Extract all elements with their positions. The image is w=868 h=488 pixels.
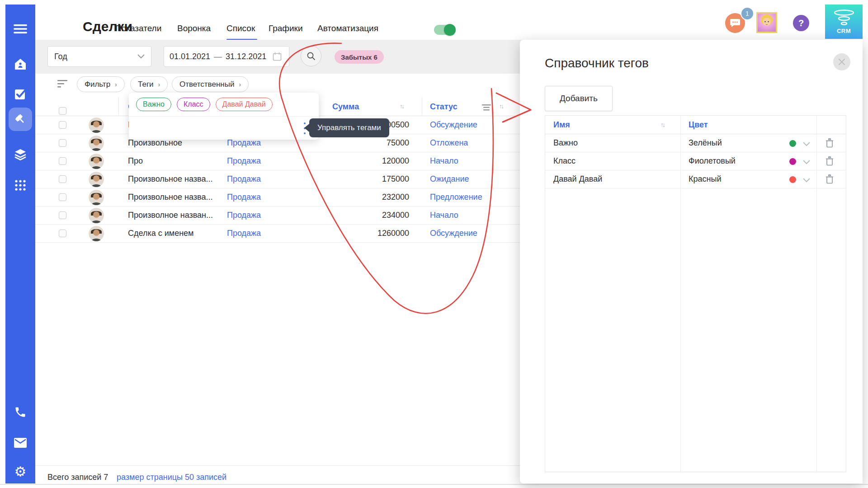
row-checkbox[interactable] — [59, 193, 66, 201]
avatar — [89, 154, 104, 169]
date-range-input[interactable]: 01.01.2021 — 31.12.2021 — [164, 46, 289, 67]
sort-icon[interactable]: ↑↓ — [499, 103, 503, 110]
chip-tags[interactable]: Теги› — [130, 76, 168, 92]
sort-icon[interactable]: ↑↓ — [660, 121, 664, 128]
chevron-down-icon[interactable] — [803, 158, 810, 166]
tag-row: Давай Давай Красный — [545, 170, 846, 188]
tab-indicators[interactable]: Показатели — [115, 23, 161, 33]
chevron-down-icon[interactable] — [803, 176, 810, 184]
toggle-knob — [444, 24, 456, 36]
row-checkbox[interactable] — [59, 157, 66, 165]
forgotten-badge[interactable]: Забытых 6 — [335, 50, 384, 64]
status-link[interactable]: Отложена — [430, 138, 468, 148]
trash-icon[interactable] — [826, 138, 834, 150]
deals-gavel-icon[interactable] — [9, 108, 32, 131]
chevron-down-icon — [137, 54, 145, 59]
avatar — [89, 117, 104, 133]
chevron-right-icon: › — [115, 81, 117, 88]
avatar — [89, 208, 104, 223]
tags-menu-row — [129, 116, 319, 140]
automation-toggle[interactable] — [434, 25, 455, 35]
tag-pill[interactable]: Давай Давай — [216, 98, 273, 111]
manage-tags-tooltip: Управлять тегами — [309, 118, 389, 137]
date-from: 01.01.2021 — [170, 52, 210, 61]
add-tag-button[interactable]: Добавить — [545, 86, 613, 111]
tasks-icon[interactable] — [9, 82, 32, 106]
settings-gear-icon[interactable]: ⚙ — [9, 460, 32, 483]
color-dot — [789, 158, 796, 165]
trash-icon[interactable] — [826, 174, 834, 186]
chip-filter[interactable]: Фильтр› — [77, 76, 125, 92]
tab-list-active[interactable]: Список — [226, 23, 255, 33]
color-dot — [789, 140, 796, 147]
tags-list: Важно Класс Давай Давай — [129, 93, 319, 116]
tornado-icon — [832, 9, 856, 27]
total-records: Всего записей 7 — [47, 473, 108, 482]
status-link[interactable]: Начало — [430, 211, 458, 220]
column-amount[interactable]: Сумма — [332, 102, 359, 112]
apps-grid-icon[interactable] — [9, 174, 32, 197]
status-link[interactable]: Обсуждение — [430, 229, 477, 238]
avatar — [89, 190, 104, 205]
panel-title: Справочник тегов — [545, 56, 649, 70]
tab-funnel[interactable]: Воронка — [177, 23, 211, 33]
deal-type-link[interactable]: Продажа — [227, 174, 261, 184]
app-window: ⚙ Сделки Показатели Воронка Список Графи… — [0, 0, 868, 488]
row-checkbox[interactable] — [59, 139, 66, 147]
phone-icon[interactable] — [9, 400, 32, 424]
list-filter-icon[interactable] — [57, 80, 68, 88]
status-link[interactable]: Ожидание — [430, 174, 469, 184]
layers-icon[interactable] — [9, 143, 32, 166]
home-icon[interactable] — [9, 52, 32, 76]
row-checkbox[interactable] — [59, 121, 66, 129]
search-button[interactable] — [301, 46, 321, 66]
deal-type-link[interactable]: Продажа — [227, 211, 261, 220]
sidebar: ⚙ — [5, 5, 35, 483]
window-bottom-edge — [0, 484, 868, 485]
chevron-down-icon[interactable] — [803, 140, 810, 148]
search-icon — [307, 52, 316, 61]
sort-icon[interactable]: ↑↓ — [400, 103, 403, 110]
trash-icon[interactable] — [826, 156, 834, 168]
page-size-link[interactable]: размер страницы 50 записей — [117, 473, 226, 482]
period-value: Год — [54, 52, 67, 61]
column-name[interactable]: Имя — [553, 120, 570, 130]
notification-badge: 1 — [741, 7, 754, 20]
deal-type-link[interactable]: Продажа — [227, 156, 261, 166]
calendar-icon — [273, 52, 282, 61]
mail-icon[interactable] — [9, 431, 32, 455]
chevron-right-icon: › — [239, 81, 241, 88]
close-icon[interactable] — [833, 53, 850, 70]
menu-icon[interactable] — [9, 17, 32, 41]
avatar — [89, 136, 104, 151]
tag-row: Важно Зелёный — [545, 134, 846, 152]
column-status[interactable]: Статус — [430, 102, 458, 112]
period-select[interactable]: Год — [47, 46, 151, 67]
deal-type-link[interactable]: Продажа — [227, 138, 261, 148]
tag-pill[interactable]: Класс — [177, 98, 210, 111]
column-color[interactable]: Цвет — [689, 120, 708, 130]
crm-logo[interactable]: CRM — [825, 5, 863, 39]
tooltip-arrow — [304, 124, 309, 132]
user-avatar[interactable] — [756, 12, 777, 33]
row-checkbox[interactable] — [59, 230, 66, 237]
tab-charts[interactable]: Графики — [269, 23, 303, 33]
status-link[interactable]: Начало — [430, 156, 458, 166]
row-checkbox[interactable] — [59, 175, 66, 183]
avatar — [89, 226, 104, 241]
chevron-right-icon: › — [158, 81, 160, 88]
deal-type-link[interactable]: Продажа — [227, 192, 261, 202]
select-all-checkbox[interactable] — [59, 107, 66, 115]
deal-type-link[interactable]: Продажа — [227, 229, 261, 238]
tag-pill[interactable]: Важно — [136, 98, 171, 111]
tag-row: Класс Фиолетовый — [545, 152, 846, 170]
date-to: 31.12.2021 — [226, 52, 266, 61]
column-filter-icon[interactable] — [482, 104, 491, 111]
tags-table-header: Имя ↑↓ Цвет — [545, 116, 846, 134]
chip-responsible[interactable]: Ответственный› — [172, 76, 249, 92]
status-link[interactable]: Предложение — [430, 192, 482, 202]
status-link[interactable]: Обсуждение — [430, 120, 477, 130]
tab-automation[interactable]: Автоматизация — [317, 23, 378, 33]
row-checkbox[interactable] — [59, 211, 66, 219]
help-icon[interactable]: ? — [793, 15, 809, 31]
